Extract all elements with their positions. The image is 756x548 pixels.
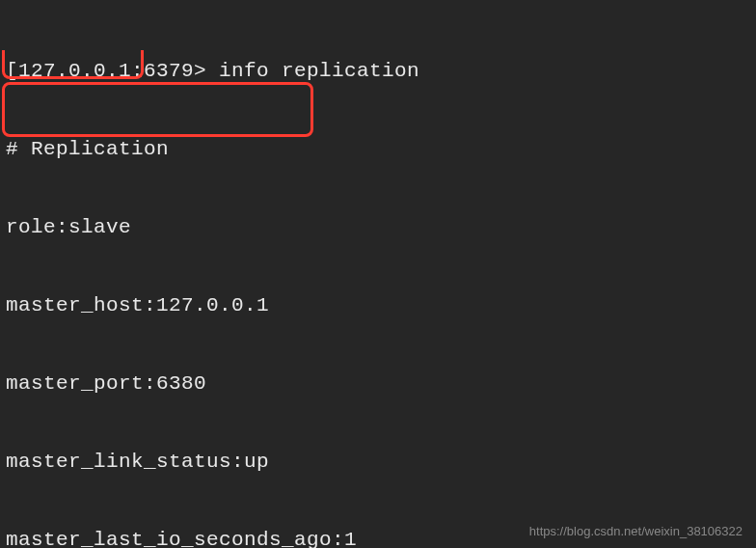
prompt-line[interactable]: [127.0.0.1:6379> info replication <box>6 58 750 84</box>
master-port-line: master_port:6380 <box>6 370 750 397</box>
terminal-output: [127.0.0.1:6379> info replication # Repl… <box>0 0 756 548</box>
watermark: https://blog.csdn.net/weixin_38106322 <box>529 524 742 538</box>
master-link-status-line: master_link_status:up <box>6 449 750 475</box>
open-bracket: [ <box>6 60 18 82</box>
master-host-line: master_host:127.0.0.1 <box>6 292 750 318</box>
highlight-box-master <box>2 82 313 137</box>
role-line: role:slave <box>6 214 750 240</box>
section-header: # Replication <box>6 136 750 162</box>
command-text: info replication <box>219 60 419 82</box>
prompt-host: 127.0.0.1:6379 <box>18 60 194 82</box>
prompt-arrow: > <box>194 60 219 82</box>
